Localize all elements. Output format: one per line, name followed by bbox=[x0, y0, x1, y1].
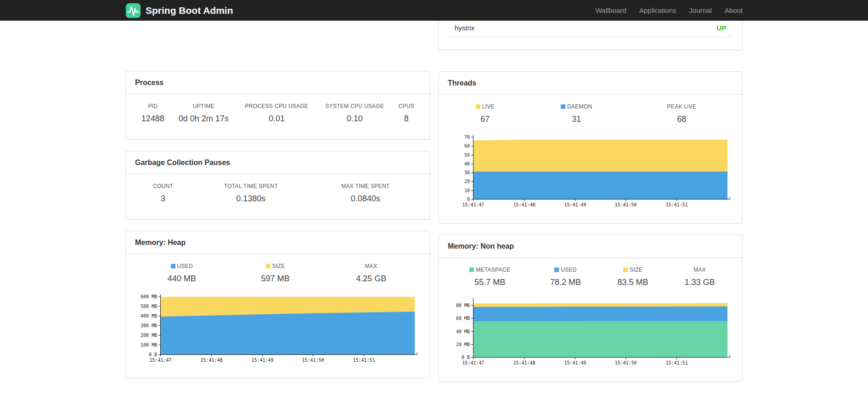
svg-text:15:41:47: 15:41:47 bbox=[149, 358, 171, 363]
svg-text:15:41:50: 15:41:50 bbox=[614, 360, 637, 365]
process-panel: Process PID 12488 UPTIME 0d 0h 2m 17s PR… bbox=[125, 71, 430, 140]
panel-title-memory-nonheap: Memory: Non heap bbox=[439, 235, 742, 258]
stat-heap-used: USED 440 MB bbox=[135, 261, 229, 288]
svg-text:15:41:51: 15:41:51 bbox=[665, 202, 688, 207]
threads-daemon-legend-swatch bbox=[561, 104, 565, 109]
nav-link-wallboard[interactable]: Wallboard bbox=[589, 0, 633, 21]
svg-text:15:41:47: 15:41:47 bbox=[462, 360, 484, 365]
stat-nonheap-max: MAX 1.33 GB bbox=[666, 265, 733, 292]
gc-stats: COUNT 3 TOTAL TIME SPENT 0.1380s MAX TIM… bbox=[126, 174, 429, 219]
panel-title-gc: Garbage Collection Pauses bbox=[126, 151, 429, 174]
process-stats: PID 12488 UPTIME 0d 0h 2m 17s PROCESS CP… bbox=[126, 94, 429, 139]
panel-title-process: Process bbox=[126, 71, 429, 94]
stat-gc-count: COUNT 3 bbox=[135, 181, 191, 208]
nav-link-journal[interactable]: Journal bbox=[683, 0, 718, 21]
stat-process-cpu: PROCESS CPU USAGE 0.01 bbox=[237, 101, 317, 128]
brand-title: Spring Boot Admin bbox=[146, 5, 233, 16]
stat-cpus: CPUS 8 bbox=[392, 101, 420, 128]
svg-text:10: 10 bbox=[464, 188, 470, 193]
svg-text:60: 60 bbox=[464, 143, 470, 148]
stat-system-cpu: SYSTEM CPU USAGE 0.10 bbox=[317, 101, 392, 128]
svg-text:15:41:48: 15:41:48 bbox=[513, 360, 535, 365]
pulse-logo-icon bbox=[125, 3, 141, 18]
heap-used-legend-swatch bbox=[171, 264, 175, 268]
health-panel-partial: hystrix UP bbox=[438, 21, 743, 50]
svg-text:60 MB: 60 MB bbox=[456, 316, 470, 321]
stat-heap-max: MAX 4.25 GB bbox=[322, 261, 420, 288]
stat-gc-max-time: MAX TIME SPENT 0.0840s bbox=[311, 181, 420, 208]
navbar-links: Wallboard Applications Journal About bbox=[589, 0, 743, 21]
stat-pid: PID 12488 bbox=[135, 101, 171, 128]
svg-text:0: 0 bbox=[467, 197, 470, 202]
stat-heap-size: SIZE 597 MB bbox=[229, 261, 322, 288]
svg-text:80 MB: 80 MB bbox=[456, 303, 470, 308]
panel-title-threads: Threads bbox=[439, 72, 742, 95]
memory-nonheap-panel: Memory: Non heap METASPACE 55.7 MB USED … bbox=[438, 234, 743, 382]
stat-threads-live: LIVE 67 bbox=[448, 102, 523, 129]
svg-text:15:41:51: 15:41:51 bbox=[353, 358, 375, 363]
svg-text:500 MB: 500 MB bbox=[141, 304, 157, 309]
panel-title-memory-heap: Memory: Heap bbox=[126, 231, 429, 254]
svg-text:70: 70 bbox=[464, 135, 470, 140]
health-service-name: hystrix bbox=[455, 23, 474, 32]
right-column: hystrix UP Threads LIVE 67 DAEMON 31 bbox=[438, 21, 743, 393]
svg-text:15:41:49: 15:41:49 bbox=[564, 202, 586, 207]
memory-heap-chart: 0 B100 MB200 MB300 MB400 MB500 MB600 MB1… bbox=[135, 294, 420, 364]
svg-text:15:41:49: 15:41:49 bbox=[251, 358, 273, 363]
threads-live-legend-swatch bbox=[476, 104, 480, 109]
svg-text:15:41:51: 15:41:51 bbox=[665, 360, 688, 365]
nav-link-about[interactable]: About bbox=[718, 0, 743, 21]
nav-link-applications[interactable]: Applications bbox=[633, 0, 683, 21]
heap-size-legend-swatch bbox=[266, 264, 271, 268]
svg-text:50: 50 bbox=[464, 153, 470, 158]
memory-nonheap-chart: 0 B20 MB40 MB60 MB80 MB15:41:4715:41:481… bbox=[448, 297, 733, 367]
svg-text:40: 40 bbox=[464, 161, 470, 166]
svg-text:30: 30 bbox=[464, 170, 470, 175]
navbar-content: Spring Boot Admin Wallboard Applications… bbox=[125, 0, 743, 21]
brand-link[interactable]: Spring Boot Admin bbox=[125, 3, 233, 18]
stat-threads-peak: PEAK LIVE 68 bbox=[631, 102, 733, 129]
svg-text:300 MB: 300 MB bbox=[141, 323, 157, 328]
threads-panel: Threads LIVE 67 DAEMON 31 PEAK LIVE 68 bbox=[438, 71, 743, 223]
health-status-badge: UP bbox=[716, 23, 726, 32]
nonheap-size-legend-swatch bbox=[623, 268, 628, 272]
stat-threads-daemon: DAEMON 31 bbox=[523, 102, 631, 129]
svg-text:40 MB: 40 MB bbox=[456, 329, 470, 334]
svg-text:100 MB: 100 MB bbox=[141, 342, 157, 347]
stat-nonheap-size: SIZE 83.5 MB bbox=[599, 265, 666, 292]
stat-uptime: UPTIME 0d 0h 2m 17s bbox=[171, 101, 237, 128]
stat-gc-total-time: TOTAL TIME SPENT 0.1380s bbox=[191, 181, 311, 208]
memory-nonheap-body: METASPACE 55.7 MB USED 78.2 MB SIZE 83.5… bbox=[439, 258, 742, 381]
svg-text:400 MB: 400 MB bbox=[141, 313, 157, 319]
stat-nonheap-metaspace: METASPACE 55.7 MB bbox=[448, 265, 532, 292]
main-content: Process PID 12488 UPTIME 0d 0h 2m 17s PR… bbox=[125, 0, 743, 393]
nonheap-metaspace-legend-swatch bbox=[469, 268, 474, 272]
nonheap-used-legend-swatch bbox=[554, 268, 559, 272]
svg-text:15:41:50: 15:41:50 bbox=[614, 202, 637, 207]
svg-text:0 B: 0 B bbox=[149, 352, 157, 357]
svg-text:15:41:50: 15:41:50 bbox=[302, 358, 324, 363]
left-column: Process PID 12488 UPTIME 0d 0h 2m 17s PR… bbox=[125, 21, 430, 390]
svg-text:600 MB: 600 MB bbox=[141, 294, 157, 299]
gc-panel: Garbage Collection Pauses COUNT 3 TOTAL … bbox=[125, 151, 430, 220]
svg-text:15:41:47: 15:41:47 bbox=[462, 202, 484, 207]
health-row-hystrix: hystrix UP bbox=[448, 21, 733, 37]
threads-body: LIVE 67 DAEMON 31 PEAK LIVE 68 010203040… bbox=[439, 95, 742, 223]
svg-text:15:41:48: 15:41:48 bbox=[513, 202, 535, 207]
svg-text:15:41:48: 15:41:48 bbox=[200, 358, 222, 363]
stat-nonheap-used: USED 78.2 MB bbox=[532, 265, 599, 292]
top-navbar: Spring Boot Admin Wallboard Applications… bbox=[0, 0, 868, 21]
memory-heap-panel: Memory: Heap USED 440 MB SIZE 597 MB MAX… bbox=[125, 231, 430, 379]
health-panel-padding bbox=[439, 37, 742, 50]
svg-text:0 B: 0 B bbox=[462, 355, 470, 360]
memory-heap-body: USED 440 MB SIZE 597 MB MAX 4.25 GB 0 B1… bbox=[126, 254, 429, 378]
svg-text:15:41:49: 15:41:49 bbox=[564, 360, 586, 365]
svg-text:20 MB: 20 MB bbox=[456, 342, 470, 347]
svg-text:20: 20 bbox=[464, 179, 470, 184]
svg-text:200 MB: 200 MB bbox=[141, 333, 157, 338]
threads-chart: 01020304050607015:41:4715:41:4815:41:491… bbox=[448, 134, 733, 209]
